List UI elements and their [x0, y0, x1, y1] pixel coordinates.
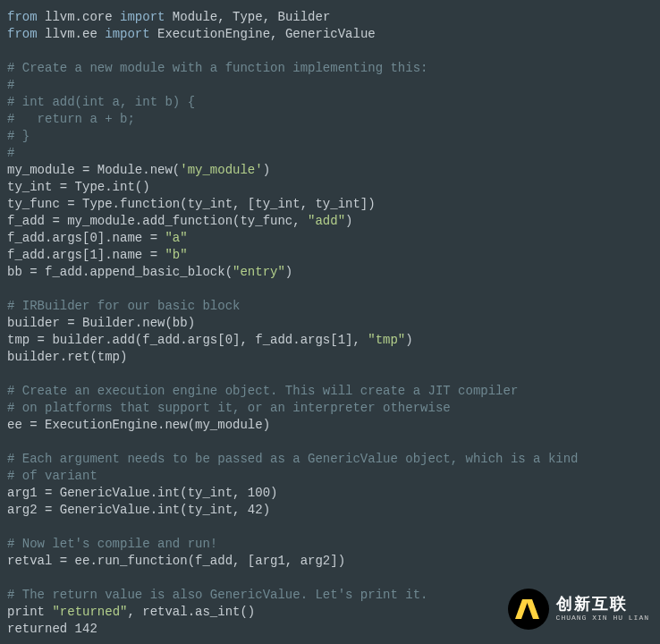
- logo-en: CHUANG XIN HU LIAN: [556, 614, 649, 623]
- brand-logo: 创新互联 CHUANG XIN HU LIAN: [508, 589, 649, 630]
- logo-icon: [508, 589, 549, 630]
- logo-cn: 创新互联: [556, 597, 649, 614]
- logo-text: 创新互联 CHUANG XIN HU LIAN: [556, 597, 649, 623]
- code-block: from llvm.core import Module, Type, Buil…: [0, 0, 660, 644]
